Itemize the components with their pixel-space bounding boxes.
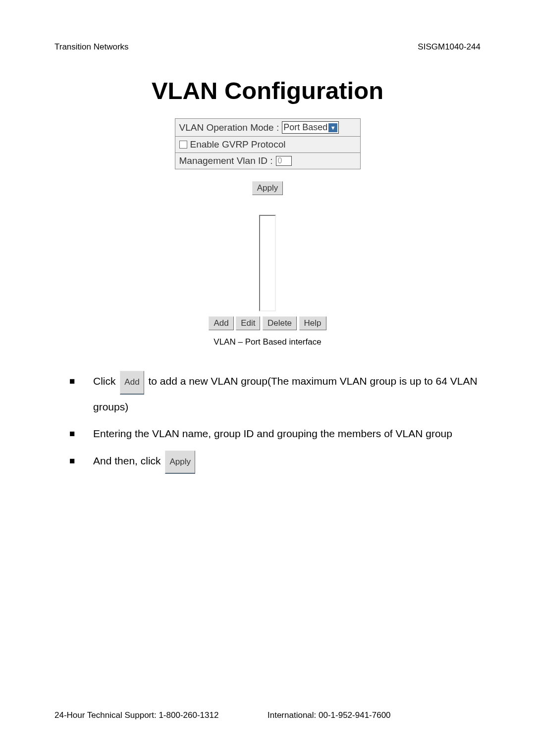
gvrp-label: Enable GVRP Protocol [190, 139, 286, 150]
config-table: VLAN Operation Mode : Port Based ▼ Enabl… [175, 118, 361, 169]
page-header: Transition Networks SISGM1040-244 [54, 42, 481, 52]
edit-button[interactable]: Edit [236, 316, 260, 330]
operation-mode-label: VLAN Operation Mode : [179, 122, 279, 133]
item-text: Click [93, 375, 118, 387]
instruction-item: Click Add to add a new VLAN group(The ma… [69, 369, 481, 419]
inline-apply-button: Apply [165, 451, 195, 474]
page-footer: 24-Hour Technical Support: 1-800-260-131… [54, 710, 481, 720]
vlan-id-input[interactable] [276, 156, 292, 166]
header-left: Transition Networks [54, 42, 129, 52]
inline-add-button: Add [120, 371, 144, 395]
vlan-id-label: Management Vlan ID : [179, 155, 273, 166]
footer-right: International: 00-1-952-941-7600 [268, 710, 481, 720]
apply-row: Apply [54, 181, 481, 195]
gvrp-checkbox[interactable] [179, 141, 187, 149]
item-text: Entering the VLAN name, group ID and gro… [93, 428, 452, 439]
vlan-listbox[interactable] [259, 215, 276, 311]
instruction-item: And then, click Apply [69, 449, 481, 474]
footer-left: 24-Hour Technical Support: 1-800-260-131… [54, 710, 268, 720]
page-title: VLAN Configuration [54, 77, 481, 104]
instruction-item: Entering the VLAN name, group ID and gro… [69, 421, 481, 446]
apply-button[interactable]: Apply [252, 181, 283, 195]
figure-caption: VLAN – Port Based interface [54, 337, 481, 347]
instruction-list: Click Add to add a new VLAN group(The ma… [54, 369, 481, 474]
operation-mode-dropdown[interactable]: Port Based ▼ [282, 121, 339, 134]
delete-button[interactable]: Delete [263, 316, 297, 330]
add-button[interactable]: Add [209, 316, 233, 330]
help-button[interactable]: Help [299, 316, 326, 330]
dropdown-value: Port Based [283, 122, 327, 133]
item-text: And then, click [93, 455, 163, 466]
item-text: to add a new VLAN group(The maximum VLAN… [93, 375, 478, 412]
button-row: Add Edit Delete Help [54, 316, 481, 330]
chevron-down-icon: ▼ [328, 123, 337, 132]
header-right: SISGM1040-244 [418, 42, 481, 52]
